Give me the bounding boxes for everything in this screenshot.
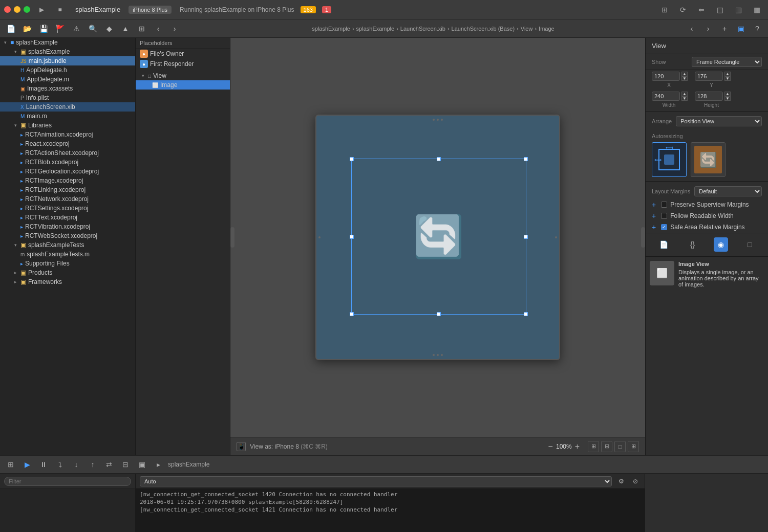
debug-environment[interactable]: ▸ [152,458,165,471]
sidebar-item-frameworks[interactable]: ▸ ▣ Frameworks [0,277,135,286]
preserve-superview-checkbox[interactable] [661,202,667,208]
debug-step-over[interactable]: ⤵ [53,458,67,471]
bottom-filter-input[interactable] [4,477,131,486]
quick-help-icon[interactable]: ? [751,22,764,35]
right-resize-handle[interactable] [641,227,645,248]
debug-toggle[interactable]: ⊞ [4,458,17,471]
handle-tr[interactable] [524,157,528,161]
layout-margins-select[interactable]: Default [694,186,762,196]
minimize-button[interactable] [14,6,20,13]
debug-memory[interactable]: ▣ [135,458,148,471]
path-nav-prev[interactable]: ‹ [685,22,698,35]
sidebar-item-rctactionsheet[interactable]: ▸ RCTActionSheet.xcodeproj [0,148,135,158]
sidebar-item-main-jsbundle[interactable]: JS main.jsbundle [0,56,135,65]
handle-tm[interactable] [437,157,441,161]
device-icon[interactable]: 📱 [237,442,246,451]
canvas-option-2[interactable]: ⊟ [601,441,612,452]
handle-mr[interactable] [524,235,528,239]
height-stepper[interactable]: ▲ ▼ [724,92,731,101]
width-stepper-up[interactable]: ▲ [681,92,688,96]
build-run-button[interactable]: ▶ [34,4,49,16]
debug-pause[interactable]: ⏸ [37,458,50,471]
outline-image[interactable]: ⬜ Image [136,80,230,90]
layout-toggle-2[interactable]: ▥ [731,4,745,16]
width-stepper[interactable]: ▲ ▼ [681,92,688,101]
height-stepper-up[interactable]: ▲ [724,92,731,96]
height-input[interactable] [695,92,723,101]
sidebar-item-rcttext[interactable]: ▸ RCTText.xcodeproj [0,213,135,222]
sidebar-item-splashExample-group[interactable]: ▾ ▣ splashExample [0,47,135,56]
sidebar-item-appdelegate-h[interactable]: H AppDelegate.h [0,65,135,75]
sidebar-item-appdelegate-m[interactable]: M AppDelegate.m [0,75,135,84]
sidebar-item-rctvibration[interactable]: ▸ RCTVibration.xcodeproj [0,222,135,231]
sidebar-item-rctlinking[interactable]: ▸ RCTLinking.xcodeproj [0,185,135,194]
debug-view-hierarchy[interactable]: ⊟ [119,458,132,471]
sidebar-item-rctanimation[interactable]: ▸ RCTAnimation.xcodeproj [0,130,135,139]
output-stop-icon[interactable]: ⊘ [630,476,641,486]
x-input[interactable] [652,72,680,81]
follow-readable-checkbox[interactable] [661,213,667,219]
outline-view-section[interactable]: ▾ □ View [136,71,230,80]
nav-back[interactable]: ‹ [152,22,165,35]
sidebar-item-supporting-files[interactable]: ▸ Supporting Files [0,259,135,268]
inspector-tab-attributes[interactable]: ◉ [714,237,728,252]
handle-ml[interactable] [350,235,354,239]
zoom-in-button[interactable]: + [575,442,580,451]
follow-plus-icon[interactable]: + [652,212,656,220]
canvas-option-4[interactable]: ⊞ [628,441,639,452]
x-stepper[interactable]: ▲ ▼ [681,72,688,81]
sidebar-item-rctgeolocation[interactable]: ▸ RCTGeolocation.xcodeproj [0,167,135,176]
autoresizing-box-1[interactable]: ⟺ ⟻ [652,142,687,177]
height-stepper-down[interactable]: ▼ [724,96,731,101]
toolbar-icon-3[interactable]: ⇐ [694,4,709,16]
debug-simulcast[interactable]: ⇄ [102,458,116,471]
y-stepper[interactable]: ▲ ▼ [724,72,731,81]
handle-tl[interactable] [350,157,354,161]
sidebar-item-rctsettings[interactable]: ▸ RCTSettings.xcodeproj [0,204,135,213]
canvas-option-1[interactable]: ⊞ [588,441,599,452]
sidebar-item-main-m[interactable]: M main.m [0,112,135,121]
inspector-toggle[interactable]: ▣ [734,22,748,35]
y-stepper-up[interactable]: ▲ [724,72,731,76]
inspector-tab-quick-help[interactable]: {} [686,237,700,252]
flag-icon[interactable]: 🚩 [53,22,67,35]
width-input[interactable] [652,92,680,101]
x-stepper-down[interactable]: ▼ [681,76,688,81]
warning-icon[interactable]: ⚠ [70,22,83,35]
debug-play[interactable]: ▶ [20,458,34,471]
sidebar-item-images-xcassets[interactable]: ▣ Images.xcassets [0,84,135,93]
zoom-out-button[interactable]: − [548,442,553,451]
left-resize-handle[interactable] [230,227,234,248]
close-button[interactable] [4,6,11,13]
sidebar-item-rctnetwork[interactable]: ▸ RCTNetwork.xcodeproj [0,194,135,204]
save-icon[interactable]: 💾 [37,22,50,35]
add-file-icon[interactable]: + [718,22,731,35]
sidebar-item-rctwebsocket[interactable]: ▸ RCTWebSocket.xcodeproj [0,231,135,240]
outline-first-responder[interactable]: ● First Responder [136,59,230,69]
y-stepper-down[interactable]: ▼ [724,76,731,81]
sidebar-item-libraries[interactable]: ▾ ▣ Libraries [0,121,135,130]
safe-area-plus-icon[interactable]: + [652,223,656,231]
issue-icon[interactable]: ▲ [119,22,132,35]
handle-bl[interactable] [350,312,354,316]
layout-toggle-1[interactable]: ▤ [713,4,727,16]
grid-icon[interactable]: ⊞ [135,22,148,35]
width-stepper-down[interactable]: ▼ [681,96,688,101]
stop-button[interactable]: ■ [53,4,67,16]
canvas-content[interactable]: 🔄 [230,38,645,437]
device-label[interactable]: iPhone 8 Plus [129,6,172,14]
sidebar-item-splashexampletests[interactable]: ▾ ▣ splashExampleTests [0,240,135,250]
canvas-option-3[interactable]: □ [614,441,626,452]
search-icon[interactable]: 🔍 [86,22,99,35]
auto-select[interactable]: Auto [140,476,612,486]
folder-open-icon[interactable]: 📂 [20,22,34,35]
breakpoint-icon[interactable]: ◆ [102,22,116,35]
sidebar-item-products[interactable]: ▸ ▣ Products [0,268,135,277]
sidebar-item-rctblob[interactable]: ▸ RCTBlob.xcodeproj [0,158,135,167]
sidebar-item-rctimage[interactable]: ▸ RCTImage.xcodeproj [0,176,135,185]
sidebar-item-info-plist[interactable]: P Info.plist [0,93,135,102]
inspector-tab-size[interactable]: □ [742,237,757,252]
preserve-plus-icon[interactable]: + [652,201,656,209]
maximize-button[interactable] [24,6,30,13]
inspector-tab-file[interactable]: 📄 [657,237,671,252]
